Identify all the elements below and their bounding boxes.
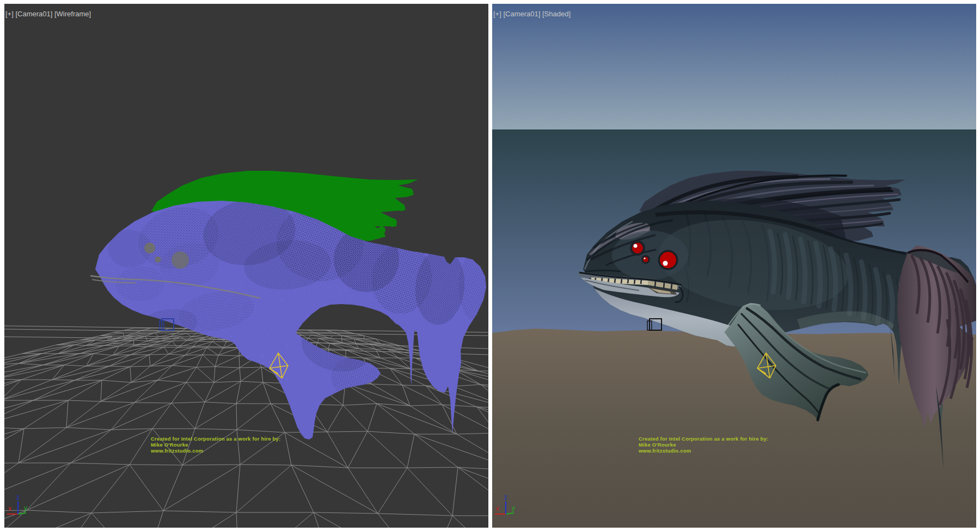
svg-text:x: x xyxy=(496,505,499,512)
svg-text:z: z xyxy=(16,493,20,501)
svg-text:x: x xyxy=(8,505,11,512)
svg-text:z: z xyxy=(504,493,507,501)
svg-text:y: y xyxy=(512,504,515,512)
svg-text:y: y xyxy=(24,504,27,512)
